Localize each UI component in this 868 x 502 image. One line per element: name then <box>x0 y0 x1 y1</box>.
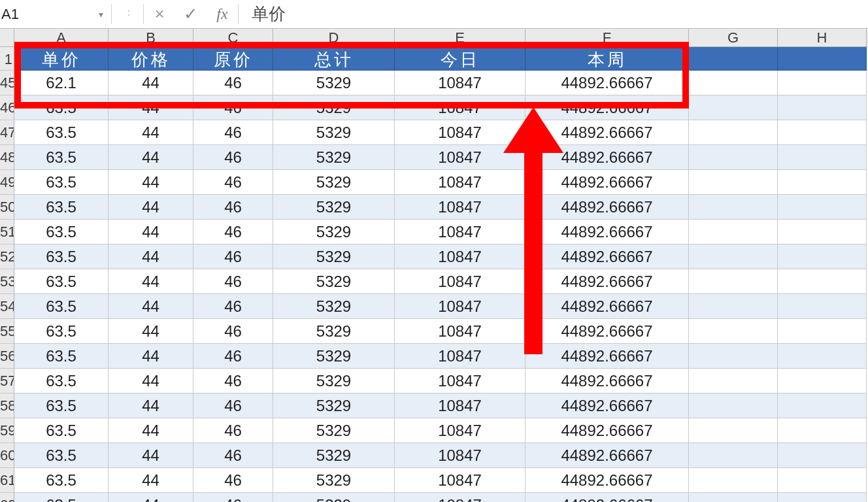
cell[interactable]: 10847 <box>395 294 526 319</box>
cell[interactable]: 62.1 <box>14 71 108 95</box>
column-header-G[interactable]: G <box>689 29 778 46</box>
cell[interactable] <box>778 294 867 319</box>
row-header[interactable]: 55 <box>0 319 14 344</box>
row-header[interactable]: 60 <box>0 443 14 468</box>
column-header-F[interactable]: F <box>526 29 689 46</box>
header-cell[interactable]: 总计 <box>273 47 395 71</box>
cell[interactable]: 44 <box>108 493 193 502</box>
cell[interactable]: 5329 <box>273 468 395 493</box>
cell[interactable]: 44892.66667 <box>526 195 689 220</box>
row-header[interactable]: 56 <box>0 344 14 369</box>
cell[interactable]: 63.5 <box>14 319 108 344</box>
cell[interactable]: 63.5 <box>14 269 108 294</box>
cell[interactable]: 44892.66667 <box>526 319 689 344</box>
cell[interactable]: 10847 <box>395 493 526 502</box>
cell[interactable]: 46 <box>193 344 273 369</box>
cell[interactable]: 44892.66667 <box>526 443 689 468</box>
confirm-formula-button[interactable]: ✓ <box>175 0 207 28</box>
cell[interactable]: 44892.66667 <box>526 393 689 418</box>
cell[interactable]: 46 <box>193 269 273 294</box>
column-header-A[interactable]: A <box>14 29 108 46</box>
cell[interactable] <box>778 195 867 220</box>
cell[interactable]: 63.5 <box>14 170 108 195</box>
cell[interactable]: 63.5 <box>14 244 108 269</box>
cell[interactable]: 46 <box>193 443 273 468</box>
header-cell[interactable]: 本周 <box>526 47 689 71</box>
cell[interactable]: 44 <box>108 145 193 170</box>
row-header[interactable]: 50 <box>0 195 14 220</box>
cell[interactable]: 5329 <box>273 294 395 319</box>
cell[interactable] <box>778 468 867 493</box>
cell[interactable]: 44892.66667 <box>526 344 689 369</box>
cell[interactable] <box>778 319 867 344</box>
column-header-C[interactable]: C <box>193 29 273 46</box>
row-header[interactable]: 62 <box>0 493 14 502</box>
cell[interactable]: 44 <box>108 468 193 493</box>
cell[interactable]: 44892.66667 <box>526 269 689 294</box>
cancel-formula-button[interactable]: × <box>144 0 175 28</box>
cell[interactable]: 5329 <box>273 319 395 344</box>
cell[interactable] <box>689 344 778 369</box>
cell[interactable]: 44892.66667 <box>526 418 689 443</box>
cell[interactable] <box>778 493 867 502</box>
header-cell[interactable]: 单价 <box>14 47 108 71</box>
cell[interactable]: 10847 <box>395 344 526 369</box>
cell[interactable]: 10847 <box>395 145 526 170</box>
cell[interactable]: 46 <box>193 145 273 170</box>
cell[interactable]: 46 <box>193 294 273 319</box>
name-box-dropdown-icon[interactable]: ▾ <box>95 9 107 20</box>
row-header[interactable]: 52 <box>0 244 14 269</box>
cell[interactable]: 10847 <box>395 71 526 95</box>
cell[interactable]: 46 <box>193 195 273 220</box>
cell[interactable]: 10847 <box>395 120 526 145</box>
cell[interactable]: 44 <box>108 220 193 244</box>
cell[interactable]: 10847 <box>395 418 526 443</box>
cell[interactable]: 44892.66667 <box>526 244 689 269</box>
cell[interactable] <box>778 393 867 418</box>
cell[interactable]: 44892.66667 <box>526 170 689 195</box>
cell[interactable]: 10847 <box>395 369 526 393</box>
cell[interactable] <box>778 145 867 170</box>
cell[interactable]: 44 <box>108 393 193 418</box>
cell[interactable]: 5329 <box>273 443 395 468</box>
cell[interactable]: 5329 <box>273 244 395 269</box>
header-cell[interactable]: 今日 <box>395 47 526 71</box>
cell[interactable] <box>778 369 867 393</box>
cell[interactable]: 10847 <box>395 393 526 418</box>
cell[interactable]: 44 <box>108 369 193 393</box>
cell[interactable]: 10847 <box>395 468 526 493</box>
cell[interactable]: 63.5 <box>14 95 108 120</box>
cell[interactable]: 44892.66667 <box>526 145 689 170</box>
cell[interactable]: 63.5 <box>14 120 108 145</box>
cell[interactable]: 5329 <box>273 145 395 170</box>
cell[interactable]: 63.5 <box>14 493 108 502</box>
cell[interactable]: 5329 <box>273 220 395 244</box>
cell[interactable]: 46 <box>193 120 273 145</box>
cell[interactable]: 46 <box>193 418 273 443</box>
cell[interactable]: 5329 <box>273 120 395 145</box>
cell[interactable]: 44892.66667 <box>526 220 689 244</box>
cell[interactable]: 5329 <box>273 269 395 294</box>
row-header[interactable]: 1 <box>0 47 14 71</box>
cell[interactable]: 63.5 <box>14 418 108 443</box>
cell[interactable] <box>689 145 778 170</box>
cell[interactable]: 46 <box>193 170 273 195</box>
cell[interactable] <box>689 220 778 244</box>
cell[interactable]: 44892.66667 <box>526 369 689 393</box>
cell[interactable]: 5329 <box>273 369 395 393</box>
cell[interactable]: 5329 <box>273 493 395 502</box>
row-header[interactable]: 61 <box>0 468 14 493</box>
insert-function-button[interactable]: fx <box>207 0 238 28</box>
cell[interactable]: 44892.66667 <box>526 95 689 120</box>
cell[interactable]: 5329 <box>273 95 395 120</box>
cell[interactable]: 5329 <box>273 71 395 95</box>
cell[interactable]: 46 <box>193 71 273 95</box>
cell[interactable]: 44892.66667 <box>526 294 689 319</box>
cell[interactable] <box>778 120 867 145</box>
cell[interactable] <box>689 369 778 393</box>
formula-input[interactable]: 单价 <box>239 0 868 28</box>
cell[interactable] <box>778 95 867 120</box>
cell[interactable]: 63.5 <box>14 344 108 369</box>
cell[interactable]: 10847 <box>395 443 526 468</box>
cell[interactable]: 63.5 <box>14 145 108 170</box>
